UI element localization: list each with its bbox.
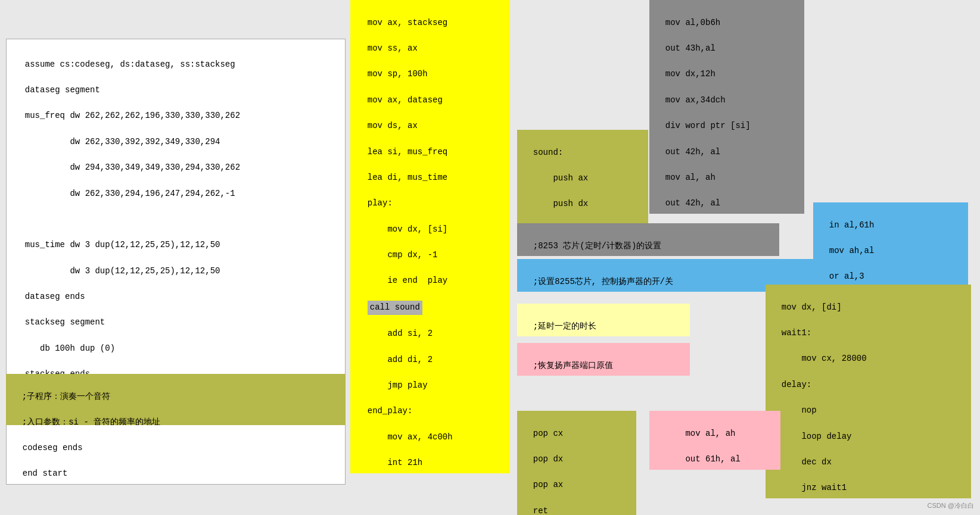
end-start: end start — [23, 469, 68, 478]
left-code-text: dw 3 dup(12,12,25,25),12,12,50 — [25, 266, 220, 276]
sound-label: sound: — [533, 148, 563, 157]
left-code-text: dw 262,330,392,392,349,330,294 — [25, 137, 220, 146]
left-code-text: mus_freq dw 262,262,262,196,330,330,330,… — [25, 111, 240, 120]
left-code-text: stackseg segment — [25, 317, 105, 327]
codeseg-ends: codeseg ends — [23, 443, 83, 452]
left-code-text: db 100h dup (0) — [25, 344, 115, 353]
middle-top-block: mov ax, stackseg mov ss, ax mov sp, 100h… — [350, 0, 510, 473]
left-code-text: dw 262,330,294,196,247,294,262,-1 — [25, 189, 235, 198]
right-bottom-code-block: mov dx, [di] wait1: mov cx, 28000 delay:… — [766, 285, 971, 498]
comment-subproc: ;子程序：演奏一个音符 — [22, 392, 110, 401]
restore-comment: ;恢复扬声器端口原值 — [517, 343, 690, 376]
left-code-text: dw 294,330,349,349,330,294,330,262 — [25, 163, 240, 172]
left-code-text: assume cs:codeseg, ds:dataseg, ss:stacks… — [25, 60, 235, 69]
pop-ret-block: pop cx pop dx pop ax ret — [517, 411, 636, 515]
delay-comment: ;延时一定的时长 — [517, 304, 690, 336]
chip8253-comment: ;8253 芯片(定时/计数器)的设置 — [517, 223, 779, 256]
left-bottom-code: codeseg ends end start — [6, 425, 346, 485]
left-code-text: dataseg segment — [25, 85, 100, 95]
restore-code-block: mov al, ah out 61h, al — [649, 411, 780, 470]
left-code-text: mus_time dw 3 dup(12,12,25,25),12,12,50 — [25, 240, 220, 249]
watermark: CSDN @冷白白 — [928, 501, 974, 510]
call-sound-highlight: call sound — [368, 301, 422, 315]
chip8253-code-block: mov al,0b6h out 43h,al mov dx,12h mov ax… — [649, 0, 804, 214]
left-code-text: dataseg ends — [25, 292, 85, 301]
